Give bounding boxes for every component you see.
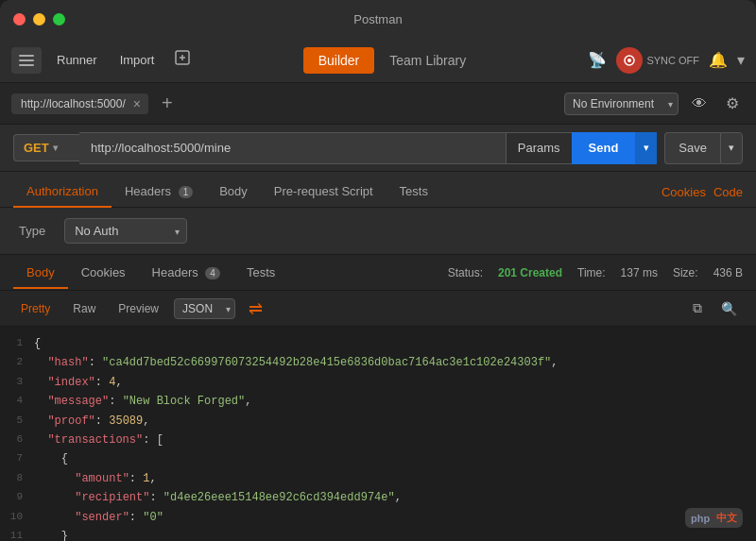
maximize-button[interactable] — [53, 13, 65, 25]
wrap-icon-button[interactable]: ⇌ — [243, 296, 268, 321]
import-button[interactable]: Import — [112, 49, 163, 71]
toolbar-right: 📡 SYNC OFF 🔔 ▾ — [588, 47, 745, 74]
cookies-link[interactable]: Cookies — [662, 185, 706, 199]
json-format-select[interactable]: JSON — [174, 298, 235, 319]
auth-type-select[interactable]: No Auth — [64, 218, 187, 244]
size-value: 436 B — [713, 266, 743, 279]
code-line-11: 11 } — [0, 527, 756, 541]
toolbar-center: Builder Team Library — [203, 47, 580, 74]
send-btn-group: Send ▾ — [572, 132, 658, 164]
format-raw-button[interactable]: Raw — [65, 299, 103, 318]
time-label: Time: — [577, 266, 606, 279]
window-title: Postman — [353, 12, 402, 26]
resp-tab-body[interactable]: Body — [13, 258, 68, 289]
runner-button[interactable]: Runner — [49, 49, 105, 71]
sidebar-toggle-button[interactable] — [11, 47, 42, 74]
minimize-button[interactable] — [33, 13, 45, 25]
dot-separator: · — [712, 513, 714, 523]
title-bar: Postman — [0, 0, 756, 38]
cn-text: 中文 — [716, 511, 737, 525]
tab-headers[interactable]: Headers 1 — [112, 177, 206, 208]
status-label: Status: — [448, 266, 483, 279]
method-select[interactable]: GET ▾ — [13, 134, 79, 161]
tab-authorization[interactable]: Authorization — [13, 177, 112, 208]
url-input[interactable] — [79, 132, 506, 164]
php-text: php — [691, 513, 710, 524]
new-tab-button[interactable] — [169, 48, 196, 72]
json-select-wrap: JSON ▾ — [174, 298, 235, 319]
copy-icon-button[interactable]: ⧉ — [687, 298, 708, 318]
environment-select[interactable]: No Environment — [564, 93, 679, 115]
method-chevron-icon: ▾ — [53, 143, 58, 153]
traffic-lights — [13, 13, 65, 25]
php-badge: php · 中文 — [685, 508, 743, 528]
tab-pre-request-script[interactable]: Pre-request Script — [261, 177, 387, 208]
format-left: Pretty Raw Preview JSON ▾ ⇌ — [13, 296, 268, 321]
request-tabs-right: Cookies Code — [662, 185, 743, 207]
size-label: Size: — [673, 266, 698, 279]
code-line-9: 9 "recipient": "d4ee26eee15148ee92c6cd39… — [0, 488, 756, 507]
code-link[interactable]: Code — [713, 185, 743, 199]
signal-icon: 📡 — [588, 51, 607, 69]
resp-tab-tests[interactable]: Tests — [233, 258, 288, 289]
response-tabs-left: Body Cookies Headers 4 Tests — [13, 258, 288, 288]
tab-close-button[interactable]: × — [133, 97, 141, 110]
tab-tests[interactable]: Tests — [387, 177, 441, 208]
request-bar: GET ▾ Params Send ▾ Save ▾ — [0, 125, 756, 172]
eye-icon-button[interactable]: 👁 — [686, 93, 713, 114]
sync-area: SYNC OFF — [616, 47, 699, 74]
save-button[interactable]: Save — [664, 132, 720, 164]
code-line-1: 1 { — [0, 334, 756, 353]
env-select-container: No Environment ▾ — [564, 93, 679, 115]
method-label: GET — [24, 141, 49, 155]
code-line-3: 3 "index": 4, — [0, 373, 756, 392]
toolbar-left: Runner Import — [11, 47, 196, 74]
svg-rect-1 — [19, 59, 34, 61]
code-body: 1 { 2 "hash": "ca4dd7bed52c6699760732544… — [0, 327, 756, 541]
code-line-10: 10 "sender": "0" — [0, 508, 756, 527]
code-line-4: 4 "message": "New Block Forged", — [0, 392, 756, 411]
tab-body[interactable]: Body — [206, 177, 261, 208]
settings-icon-button[interactable]: ⚙ — [720, 93, 745, 114]
send-chevron-button[interactable]: ▾ — [635, 132, 657, 164]
code-line-8: 8 "amount": 1, — [0, 469, 756, 488]
format-right: ⧉ 🔍 — [687, 298, 743, 318]
save-btn-group: Save ▾ — [664, 132, 743, 164]
code-line-2: 2 "hash": "ca4dd7bed52c669976073254492b2… — [0, 353, 756, 372]
request-tabs: Authorization Headers 1 Body Pre-request… — [0, 172, 756, 208]
close-button[interactable] — [13, 13, 26, 25]
send-button[interactable]: Send — [572, 132, 636, 164]
code-line-5: 5 "proof": 35089, — [0, 412, 756, 431]
auth-row: Type No Auth ▾ — [0, 208, 756, 255]
time-value: 137 ms — [621, 266, 658, 279]
params-button[interactable]: Params — [506, 132, 572, 164]
response-header: Body Cookies Headers 4 Tests Status: 201… — [0, 255, 756, 291]
svg-point-7 — [627, 59, 631, 62]
format-bar: Pretty Raw Preview JSON ▾ ⇌ ⧉ 🔍 — [0, 291, 756, 327]
save-chevron-button[interactable]: ▾ — [720, 132, 743, 164]
code-line-7: 7 { — [0, 449, 756, 468]
resp-tab-headers[interactable]: Headers 4 — [139, 258, 233, 289]
auth-type-label: Type — [19, 224, 45, 238]
request-tabs-left: Authorization Headers 1 Body Pre-request… — [13, 177, 441, 207]
main-content: http://localhost:5000/ × + No Environmen… — [0, 83, 756, 541]
status-value: 201 Created — [498, 266, 562, 279]
response-meta: Status: 201 Created Time: 137 ms Size: 4… — [448, 266, 743, 279]
svg-rect-0 — [19, 55, 34, 57]
svg-rect-2 — [19, 64, 34, 66]
auth-select-wrap: No Auth ▾ — [64, 218, 187, 244]
add-tab-button[interactable]: + — [156, 93, 179, 115]
sync-icon — [616, 47, 643, 74]
resp-tab-cookies[interactable]: Cookies — [68, 258, 139, 289]
format-preview-button[interactable]: Preview — [111, 299, 166, 318]
format-pretty-button[interactable]: Pretty — [13, 299, 58, 318]
search-icon-button[interactable]: 🔍 — [715, 299, 743, 318]
bell-icon[interactable]: 🔔 — [709, 51, 728, 69]
toolbar: Runner Import Builder Team Library 📡 SYN… — [0, 38, 756, 83]
url-tab: http://localhost:5000/ × — [11, 93, 148, 114]
tab-team-library[interactable]: Team Library — [374, 47, 481, 74]
url-bar: http://localhost:5000/ × + No Environmen… — [0, 83, 756, 125]
toolbar-chevron-icon[interactable]: ▾ — [737, 51, 745, 69]
tab-builder[interactable]: Builder — [303, 47, 375, 74]
code-line-6: 6 "transactions": [ — [0, 431, 756, 449]
